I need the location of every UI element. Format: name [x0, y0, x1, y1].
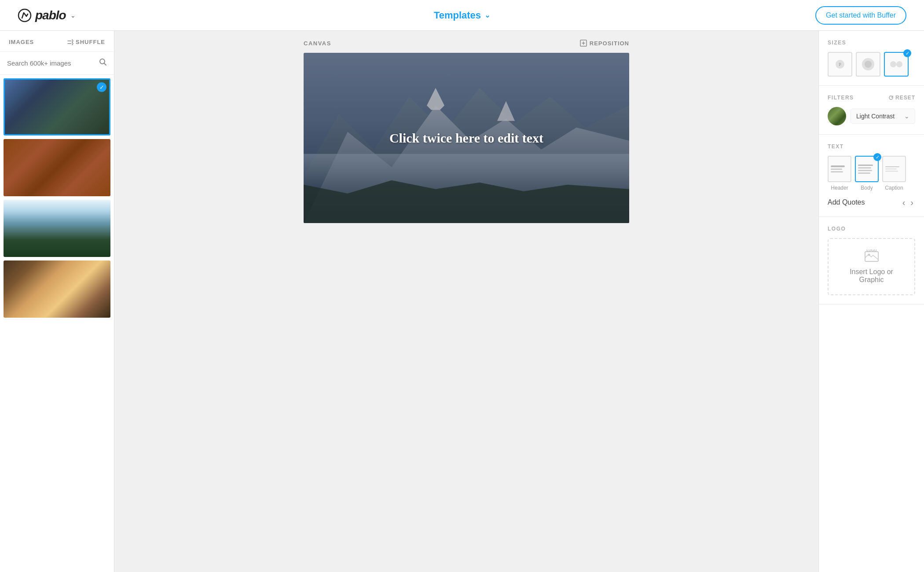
- list-item[interactable]: [4, 200, 110, 257]
- text-option-header[interactable]: Header: [828, 156, 851, 191]
- filter-select-row: Light Contrast ⌄: [828, 107, 915, 125]
- interior-image: [4, 260, 110, 318]
- add-quotes-row: Add Quotes ‹ ›: [828, 197, 915, 208]
- logo-area[interactable]: pablo ⌄: [18, 8, 76, 22]
- reposition-button[interactable]: REPOSITION: [580, 40, 629, 47]
- sizes-row: P ✓: [828, 52, 915, 77]
- canvas-edit-text[interactable]: Click twice here to edit text: [389, 131, 543, 146]
- search-input[interactable]: [7, 59, 95, 67]
- right-sidebar: SIZES P ✓: [818, 31, 924, 572]
- filters-header: FILTERS RESET: [828, 95, 915, 101]
- pinterest-icon: P: [835, 59, 845, 70]
- shuffle-button[interactable]: SHUFFLE: [67, 39, 105, 45]
- filter-name: Light Contrast: [856, 113, 895, 120]
- templates-button[interactable]: Templates ⌄: [434, 10, 490, 21]
- search-area: [0, 52, 114, 75]
- left-sidebar: IMAGES SHUFFLE ✓: [0, 31, 114, 572]
- shuffle-icon: [67, 39, 73, 45]
- twitter-icon: [890, 60, 903, 69]
- wood-image: [4, 139, 110, 196]
- text-option-body[interactable]: ✓ Body: [855, 156, 879, 191]
- svg-point-13: [890, 61, 896, 67]
- header: pablo ⌄ Templates ⌄ Get started with Buf…: [0, 0, 924, 31]
- filter-dropdown[interactable]: Light Contrast ⌄: [851, 109, 915, 124]
- search-button[interactable]: [99, 58, 107, 68]
- svg-point-0: [18, 9, 31, 22]
- logo-section-label: LOGO: [828, 226, 915, 232]
- filters-section: FILTERS RESET Light Contrast ⌄: [819, 86, 924, 135]
- text-body-box: ✓: [855, 156, 879, 182]
- text-label: TEXT: [828, 143, 915, 150]
- filter-chevron-icon: ⌄: [904, 113, 909, 120]
- logo-insert-icon: LOGO: [839, 249, 904, 264]
- list-item[interactable]: [4, 260, 110, 318]
- text-header-label: Header: [831, 185, 848, 191]
- canvas-area: CANVAS REPOSITION: [114, 31, 818, 572]
- text-header-box: [828, 156, 851, 182]
- logo-insert-button[interactable]: LOGO Insert Logo or Graphic: [828, 238, 915, 295]
- add-quotes-text: Add Quotes: [828, 198, 865, 206]
- sizes-section: SIZES P ✓: [819, 31, 924, 86]
- size-option-pinterest[interactable]: P: [828, 52, 852, 77]
- svg-point-16: [868, 254, 870, 256]
- images-grid: ✓: [0, 75, 114, 572]
- logo-chevron-icon: ⌄: [70, 12, 76, 19]
- list-item[interactable]: [4, 139, 110, 196]
- text-option-caption[interactable]: Caption: [882, 156, 906, 191]
- reset-button[interactable]: RESET: [888, 95, 915, 101]
- logo-section: LOGO LOGO Insert Logo or Graphic: [819, 217, 924, 304]
- templates-chevron-icon: ⌄: [484, 11, 490, 19]
- text-options-row: Header ✓ Body: [828, 156, 915, 191]
- svg-text:LOGO: LOGO: [866, 249, 877, 252]
- size-option-twitter[interactable]: ✓: [884, 52, 909, 77]
- quotes-prev-button[interactable]: ‹: [901, 197, 907, 208]
- pablo-logo-icon: [18, 8, 32, 22]
- get-started-button[interactable]: Get started with Buffer: [815, 6, 906, 25]
- list-item[interactable]: ✓: [4, 78, 110, 136]
- logo-insert-text: Insert Logo or Graphic: [839, 268, 904, 284]
- canvas-container[interactable]: Click twice here to edit text: [304, 53, 629, 223]
- size-option-circle[interactable]: [856, 52, 880, 77]
- reposition-icon: [580, 40, 587, 47]
- text-section: TEXT Header ✓: [819, 135, 924, 217]
- canvas-label: CANVAS: [304, 40, 331, 47]
- filters-label: FILTERS: [828, 95, 854, 101]
- quotes-nav: ‹ ›: [901, 197, 915, 208]
- canvas-toolbar: CANVAS REPOSITION: [304, 40, 629, 47]
- svg-point-14: [896, 61, 902, 67]
- quotes-next-button[interactable]: ›: [909, 197, 915, 208]
- mountain-image: [5, 80, 109, 134]
- body-check-badge: ✓: [873, 153, 881, 161]
- text-caption-label: Caption: [885, 185, 903, 191]
- text-caption-box: [882, 156, 906, 182]
- logo-text: pablo: [35, 8, 66, 22]
- filter-thumbnail: [828, 107, 846, 125]
- svg-text:P: P: [839, 62, 841, 67]
- text-body-label: Body: [861, 185, 873, 191]
- sidebar-header: IMAGES SHUFFLE: [0, 31, 114, 52]
- reset-icon: [888, 95, 894, 100]
- clouds-image: [4, 200, 110, 257]
- selected-check-badge: ✓: [97, 82, 106, 92]
- images-tab[interactable]: IMAGES: [9, 39, 34, 45]
- sizes-label: SIZES: [828, 40, 915, 46]
- search-icon: [99, 58, 107, 66]
- main-layout: IMAGES SHUFFLE ✓: [0, 31, 924, 572]
- twitter-check-badge: ✓: [903, 49, 911, 57]
- templates-label: Templates: [434, 10, 481, 21]
